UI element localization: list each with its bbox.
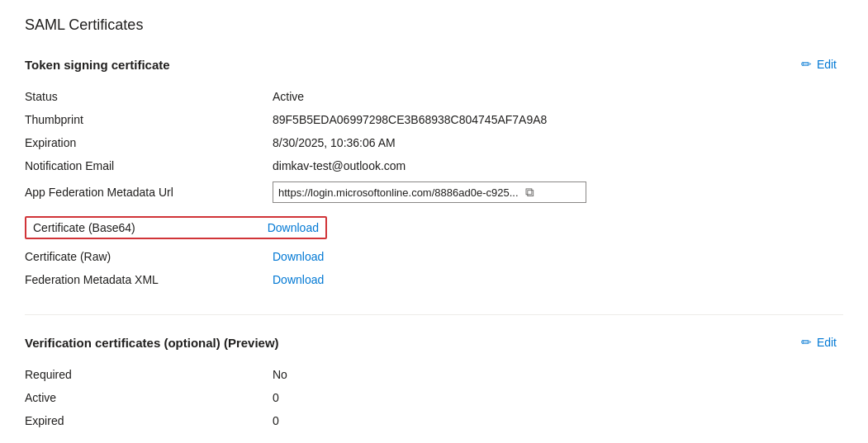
notification-email-row: Notification Email dimkav-test@outlook.c… (25, 154, 843, 177)
status-value: Active (273, 90, 304, 103)
edit-icon: ✏ (801, 57, 812, 72)
thumbprint-label: Thumbprint (25, 113, 273, 126)
thumbprint-row: Thumbprint 89F5B5EDA06997298CE3B68938C80… (25, 108, 843, 131)
required-row: Required No (25, 363, 843, 386)
cert-raw-label: Certificate (Raw) (25, 250, 273, 263)
expired-value: 0 (273, 414, 279, 427)
required-value: No (273, 368, 287, 381)
cert-base64-highlight: Certificate (Base64) Download (25, 216, 327, 239)
verification-edit-icon: ✏ (801, 335, 812, 350)
verification-info-table: Required No Active 0 Expired 0 (25, 363, 843, 432)
verification-section: Verification certificates (optional) (Pr… (25, 332, 843, 432)
active-value: 0 (273, 391, 279, 404)
page-title: SAML Certificates (25, 16, 843, 34)
app-federation-url-label: App Federation Metadata Url (25, 186, 273, 199)
expiration-row: Expiration 8/30/2025, 10:36:06 AM (25, 131, 843, 154)
active-label: Active (25, 391, 273, 404)
status-row: Status Active (25, 85, 843, 108)
thumbprint-value: 89F5B5EDA06997298CE3B68938C804745AF7A9A8 (273, 113, 547, 126)
cert-raw-row: Certificate (Raw) Download (25, 245, 843, 268)
cert-base64-row: Certificate (Base64) Download (25, 212, 843, 243)
cert-base64-label: Certificate (Base64) (33, 221, 135, 234)
token-section-title: Token signing certificate (25, 58, 170, 72)
token-edit-label: Edit (817, 58, 837, 71)
status-label: Status (25, 90, 273, 103)
expired-label: Expired (25, 414, 273, 427)
expired-row: Expired 0 (25, 409, 843, 432)
app-federation-url-value: https://login.microsoftonline.com/8886ad… (273, 181, 586, 203)
cert-raw-download-link[interactable]: Download (273, 250, 324, 263)
section-divider (25, 314, 843, 315)
copy-icon: ⧉ (525, 185, 534, 200)
expiration-value: 8/30/2025, 10:36:06 AM (273, 136, 396, 149)
verification-edit-button[interactable]: ✏ Edit (794, 332, 843, 353)
token-signing-section: Token signing certificate ✏ Edit Status … (25, 54, 843, 291)
federation-xml-label: Federation Metadata XML (25, 273, 273, 286)
notification-email-value: dimkav-test@outlook.com (273, 159, 406, 172)
url-input-wrapper: https://login.microsoftonline.com/8886ad… (273, 181, 586, 203)
app-federation-url-row: App Federation Metadata Url https://logi… (25, 177, 843, 207)
token-info-table: Status Active Thumbprint 89F5B5EDA069972… (25, 85, 843, 291)
notification-email-label: Notification Email (25, 159, 273, 172)
verification-edit-label: Edit (817, 336, 837, 349)
expiration-label: Expiration (25, 136, 273, 149)
federation-xml-row: Federation Metadata XML Download (25, 268, 843, 291)
federation-xml-download-link[interactable]: Download (273, 273, 324, 286)
required-label: Required (25, 368, 273, 381)
token-edit-button[interactable]: ✏ Edit (794, 54, 843, 75)
active-row: Active 0 (25, 386, 843, 409)
url-text: https://login.microsoftonline.com/8886ad… (278, 186, 519, 199)
copy-url-button[interactable]: ⧉ (524, 185, 536, 200)
cert-base64-download-link[interactable]: Download (268, 221, 319, 234)
verification-section-title: Verification certificates (optional) (Pr… (25, 336, 279, 350)
